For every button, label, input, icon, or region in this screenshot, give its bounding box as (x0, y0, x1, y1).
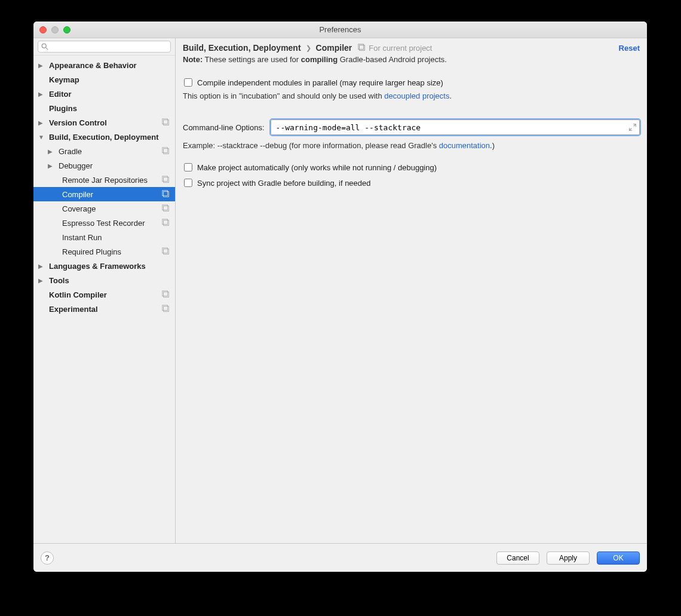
search-wrap (33, 38, 175, 56)
close-window-button[interactable] (39, 26, 47, 33)
project-scope-icon (162, 204, 170, 213)
sync-gradle-checkbox[interactable] (184, 179, 192, 187)
make-auto-label: Make project automatically (only works w… (197, 163, 437, 172)
example-pre: Example: --stacktrace --debug (for more … (183, 141, 439, 150)
sync-gradle-label: Sync project with Gradle before building… (197, 179, 371, 188)
tree-item-label: Plugins (49, 104, 170, 113)
tree-item-compiler[interactable]: Compiler (33, 187, 175, 201)
project-scope-icon (162, 290, 170, 299)
minimize-window-button[interactable] (51, 26, 59, 33)
tree-item-label: Debugger (59, 161, 170, 170)
tree-item-label: Editor (49, 90, 170, 99)
disclosure-arrow-icon: ▶ (48, 163, 53, 169)
ok-button[interactable]: OK (597, 551, 640, 565)
hint-pre: This option is in "incubation" and shoul… (183, 91, 384, 100)
breadcrumb-parent: Build, Execution, Deployment (183, 43, 301, 53)
tree-item-label: Espresso Test Recorder (62, 219, 162, 228)
settings-tree: ▶Appearance & BehaviorKeymap▶EditorPlugi… (33, 56, 175, 543)
cancel-button[interactable]: Cancel (496, 551, 539, 565)
note-pre: These settings are used for (203, 55, 301, 64)
apply-button[interactable]: Apply (547, 551, 590, 565)
tree-item-version-control[interactable]: ▶Version Control (33, 115, 175, 130)
reset-link[interactable]: Reset (619, 44, 640, 53)
compile-parallel-checkbox[interactable] (184, 78, 192, 87)
preferences-window: Preferences ▶Appearance & BehaviorKeymap… (33, 22, 647, 572)
tree-item-label: Build, Execution, Deployment (49, 133, 170, 142)
tree-item-label: Remote Jar Repositories (62, 176, 162, 185)
tree-item-label: Coverage (62, 204, 162, 213)
project-scope-icon (162, 247, 170, 256)
compile-parallel-row: Compile independent modules in parallel … (183, 76, 640, 89)
window-body: ▶Appearance & BehaviorKeymap▶EditorPlugi… (33, 38, 647, 543)
tree-item-debugger[interactable]: ▶Debugger (33, 158, 175, 173)
tree-item-kotlin-compiler[interactable]: Kotlin Compiler (33, 287, 175, 302)
search-input[interactable] (38, 41, 171, 53)
command-line-example: Example: --stacktrace --debug (for more … (183, 137, 640, 158)
disclosure-arrow-icon: ▶ (48, 148, 53, 155)
tree-item-label: Appearance & Behavior (49, 61, 170, 70)
tree-item-build-execution-deployment[interactable]: ▼Build, Execution, Deployment (33, 130, 175, 144)
tree-item-gradle[interactable]: ▶Gradle (33, 144, 175, 158)
content-header: Build, Execution, Deployment ❯ Compiler … (176, 38, 647, 55)
disclosure-arrow-icon: ▶ (38, 277, 43, 284)
titlebar: Preferences (33, 22, 647, 38)
tree-item-label: Experimental (49, 305, 162, 314)
tree-item-label: Languages & Frameworks (49, 262, 170, 271)
project-scope-icon (162, 147, 170, 155)
project-scope-icon (162, 219, 170, 227)
disclosure-arrow-icon: ▶ (38, 91, 43, 97)
maximize-window-button[interactable] (63, 26, 70, 33)
tree-item-editor[interactable]: ▶Editor (33, 87, 175, 101)
command-line-label: Command-line Options: (183, 123, 265, 132)
tree-item-appearance-behavior[interactable]: ▶Appearance & Behavior (33, 58, 175, 72)
tree-item-remote-jar-repositories[interactable]: Remote Jar Repositories (33, 173, 175, 187)
disclosure-arrow-icon: ▼ (38, 134, 43, 140)
footer: ? Cancel Apply OK (33, 543, 647, 572)
make-auto-checkbox[interactable] (184, 163, 192, 171)
hint-post: . (449, 91, 452, 100)
note-prefix: Note: (183, 55, 203, 64)
sidebar: ▶Appearance & BehaviorKeymap▶EditorPlugi… (33, 38, 176, 543)
tree-item-label: Required Plugins (62, 247, 162, 256)
documentation-link[interactable]: documentation (439, 141, 490, 150)
help-button[interactable]: ? (41, 551, 54, 565)
project-scope-icon (162, 118, 170, 127)
window-title: Preferences (319, 25, 361, 34)
decoupled-projects-link[interactable]: decoupled projects (384, 91, 449, 100)
example-post: .) (490, 141, 495, 150)
tree-item-label: Tools (49, 276, 170, 285)
compile-parallel-hint: This option is in "incubation" and shoul… (183, 91, 640, 106)
tree-item-required-plugins[interactable]: Required Plugins (33, 244, 175, 259)
tree-item-label: Gradle (59, 147, 162, 156)
command-line-row: Command-line Options: (183, 119, 640, 135)
tree-item-label: Compiler (62, 190, 162, 199)
project-scope-icon (162, 176, 170, 184)
breadcrumb: Build, Execution, Deployment ❯ Compiler (183, 43, 352, 53)
scope-text: For current project (369, 44, 432, 53)
tree-item-experimental[interactable]: Experimental (33, 302, 175, 316)
command-line-input[interactable] (271, 119, 640, 135)
expand-field-icon[interactable] (628, 123, 637, 131)
tree-item-instant-run[interactable]: Instant Run (33, 230, 175, 244)
tree-item-keymap[interactable]: Keymap (33, 72, 175, 87)
project-scope-icon (162, 190, 170, 198)
note-post: Gradle-based Android projects. (338, 55, 447, 64)
tree-item-label: Keymap (49, 75, 170, 84)
tree-item-tools[interactable]: ▶Tools (33, 273, 175, 287)
disclosure-arrow-icon: ▶ (38, 62, 43, 69)
tree-item-espresso-test-recorder[interactable]: Espresso Test Recorder (33, 216, 175, 230)
breadcrumb-current: Compiler (316, 43, 352, 53)
tree-item-coverage[interactable]: Coverage (33, 201, 175, 216)
tree-item-languages-frameworks[interactable]: ▶Languages & Frameworks (33, 259, 175, 273)
disclosure-arrow-icon: ▶ (38, 263, 43, 269)
make-auto-row: Make project automatically (only works w… (183, 161, 640, 174)
search-icon (41, 42, 49, 51)
tree-item-label: Instant Run (62, 233, 170, 242)
tree-item-label: Version Control (49, 118, 162, 127)
project-scope-icon (162, 305, 170, 313)
tree-item-label: Kotlin Compiler (49, 290, 162, 299)
tree-item-plugins[interactable]: Plugins (33, 101, 175, 115)
compile-parallel-label: Compile independent modules in parallel … (197, 78, 443, 87)
note-row: Note: These settings are used for compil… (176, 55, 647, 68)
disclosure-arrow-icon: ▶ (38, 119, 43, 126)
